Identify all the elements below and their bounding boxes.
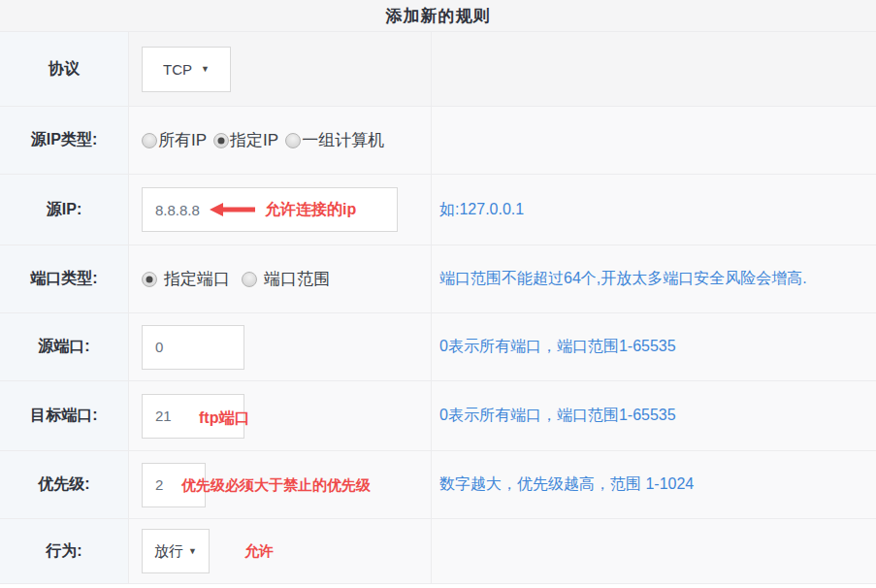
row-source-ip: 源IP: 允许连接的ip 如:127.0.0.1 xyxy=(0,175,876,245)
radio-specified-ip[interactable]: 指定IP xyxy=(213,129,278,151)
behavior-select-value: 放行 xyxy=(154,542,183,561)
row-behavior: 行为: 放行 ▼ 允许 xyxy=(0,519,876,584)
row-port-type: 端口类型: 指定端口 端口范围 端口范围不能超过64个,开放太多端口安全风险会增… xyxy=(0,245,876,313)
row-target-port: 目标端口: ftp端口 0表示所有端口，端口范围1-65535 xyxy=(0,381,876,451)
protocol-select[interactable]: TCP ▼ xyxy=(142,47,231,92)
page-title: 添加新的规则 xyxy=(386,5,491,27)
source-ip-annotation: 允许连接的ip xyxy=(265,200,356,220)
row-source-port: 源端口: 0表示所有端口，端口范围1-65535 xyxy=(0,313,876,381)
target-port-annotation: ftp端口 xyxy=(199,408,249,429)
add-rule-form: 添加新的规则 协议 TCP ▼ 源IP类型: 所有IP xyxy=(0,0,876,588)
behavior-annotation: 允许 xyxy=(244,542,274,561)
radio-icon[interactable] xyxy=(285,133,301,148)
left-arrow-icon xyxy=(210,202,255,217)
port-type-label: 端口类型: xyxy=(30,269,97,289)
priority-hint: 数字越大，优先级越高，范围 1-1024 xyxy=(439,474,694,495)
source-port-label: 源端口: xyxy=(38,337,89,357)
source-port-hint: 0表示所有端口，端口范围1-65535 xyxy=(439,337,676,357)
radio-selected-icon[interactable] xyxy=(213,133,229,148)
port-type-hint: 端口范围不能超过64个,开放太多端口安全风险会增高. xyxy=(439,269,807,289)
protocol-select-value: TCP xyxy=(163,61,192,78)
radio-port-range[interactable]: 端口范围 xyxy=(242,268,330,290)
protocol-label: 协议 xyxy=(49,59,80,80)
behavior-label: 行为: xyxy=(46,541,81,562)
radio-specified-port[interactable]: 指定端口 xyxy=(142,268,230,290)
row-source-ip-type: 源IP类型: 所有IP 指定IP 一组计算机 xyxy=(0,107,876,175)
source-port-input[interactable] xyxy=(142,325,244,370)
radio-icon[interactable] xyxy=(142,133,157,148)
radio-icon[interactable] xyxy=(242,272,257,287)
radio-computer-group[interactable]: 一组计算机 xyxy=(285,129,384,151)
target-port-label: 目标端口: xyxy=(30,406,97,426)
source-ip-type-label: 源IP类型: xyxy=(31,130,97,150)
target-port-hint: 0表示所有端口，端口范围1-65535 xyxy=(439,406,676,426)
behavior-select[interactable]: 放行 ▼ xyxy=(142,529,210,573)
form-header: 添加新的规则 xyxy=(0,0,876,32)
caret-down-icon: ▼ xyxy=(201,65,210,74)
row-protocol: 协议 TCP ▼ xyxy=(0,32,876,107)
priority-annotation: 优先级必须大于禁止的优先级 xyxy=(181,475,371,494)
source-ip-hint: 如:127.0.0.1 xyxy=(439,200,524,220)
priority-label: 优先级: xyxy=(38,474,89,495)
source-ip-label: 源IP: xyxy=(47,200,81,220)
port-type-radio-group: 指定端口 端口范围 xyxy=(142,268,341,290)
radio-all-ip[interactable]: 所有IP xyxy=(142,129,207,151)
row-priority: 优先级: 优先级必须大于禁止的优先级 数字越大，优先级越高，范围 1-1024 xyxy=(0,451,876,519)
radio-selected-icon[interactable] xyxy=(142,272,157,287)
source-ip-type-radio-group: 所有IP 指定IP 一组计算机 xyxy=(142,129,391,151)
caret-down-icon: ▼ xyxy=(188,547,197,556)
